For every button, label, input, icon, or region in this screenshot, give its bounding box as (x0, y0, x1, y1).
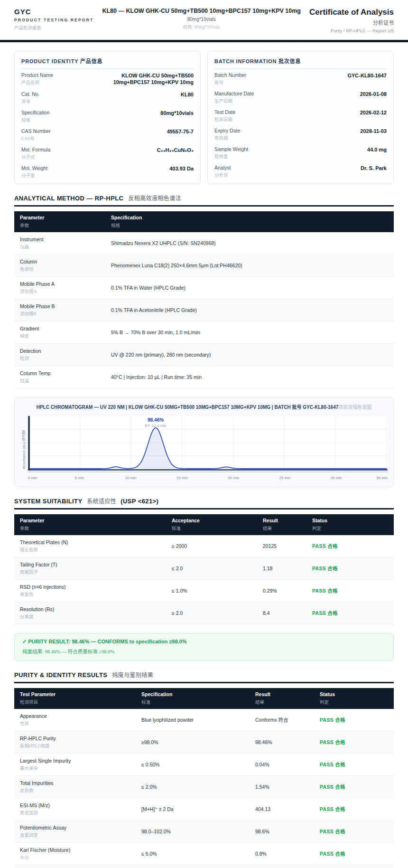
table-row: Gradient梯度5% B → 70% B over 30 min, 1.0 … (14, 321, 394, 343)
table-row: Total Impurities总杂质≤ 2.0%1.54%PASS 合格 (14, 775, 394, 798)
panel-title-zh: 产品信息 (80, 58, 102, 64)
field-value: KLOW GHK-CU 50mg+TB500 10mg+BPC157 10mg+… (93, 72, 194, 86)
status-badge: PASS 合格 (320, 784, 345, 790)
chromatogram-curve: 98.46%RT: 12.4 min (28, 416, 388, 474)
param-cell: Instrument仪器 (14, 232, 105, 255)
x-tick: 30 min (331, 476, 342, 480)
report-header: GYC PRODUCT TESTING REPORT 产品检测报告 KL80 —… (0, 0, 408, 36)
x-tick: 5 min (75, 476, 84, 480)
chromatogram-panel: HPLC CHROMATOGRAM — UV 220 NM | KLOW GHK… (14, 397, 394, 487)
field-value: C₁₄H₂₄CuN₆O₄ (157, 147, 194, 153)
product-title-block: KL80 — KLOW GHK-CU 50mg+TB500 10mg+BPC15… (102, 8, 301, 30)
table-row: Appearance性状Blue lyophilized powderConfo… (14, 709, 394, 731)
col-header-parameter: Parameter参数 (14, 211, 105, 232)
field-value: GYC-KL80-1647 (347, 72, 387, 79)
table-row: Mobile Phase A流动相A0.1% TFA in Water (HPL… (14, 276, 394, 299)
panel-title-zh: 批次信息 (278, 58, 301, 64)
col-header-status: Status判定 (306, 514, 394, 535)
result-cell: 98.6% (250, 820, 314, 842)
param-cell: Column Temp柱温 (14, 366, 105, 388)
field-label: CAS Number (21, 128, 51, 134)
purity-result-banner: ✓ PURITY RESULT: 98.46% — CONFORMS to sp… (14, 633, 394, 661)
acceptance-cell: ≥ 2.0 (166, 602, 257, 624)
table-row: ESI-MS (M/z)质谱鉴别[M+H]⁺ ± 2 Da404.13PASS … (14, 798, 394, 820)
field-label-zh: 分子量 (21, 172, 47, 179)
result-cell: 5.7 (250, 865, 314, 868)
batch-information-title: BATCH INFORMATION 批次信息 (214, 57, 387, 69)
panel-title-en: PRODUCT IDENTITY (21, 58, 78, 64)
spec-cell: ≤ 2.0% (136, 775, 250, 798)
x-tick: 15 min (176, 476, 188, 480)
param-cell: Mobile Phase B流动相B (14, 299, 105, 321)
status-badge: PASS 合格 (320, 851, 345, 857)
field-value: 2026-01-08 (360, 91, 387, 97)
spec-cell: Phenomenex Luna C18(2) 250×4.6mm 5μm (Lo… (105, 254, 394, 276)
result-cell: 404.13 (250, 798, 314, 820)
x-axis-ticks: 0 min 5 min 10 min 15 min 20 min 25 min … (28, 476, 388, 483)
param-cell: Detection检测 (14, 343, 105, 366)
purity-results-heading: PURITY & IDENTITY RESULTS 纯度与鉴别结果 (14, 670, 394, 683)
field-value: 49557-75-7 (167, 128, 194, 135)
status-badge: PASS 合格 (312, 543, 338, 549)
field-label-zh: 取样量 (214, 153, 248, 160)
spec-cell: Shimadzu Nexera X2 UHPLC (S/N: SN240968) (105, 232, 394, 255)
col-header-specification: Specification规格 (105, 211, 394, 232)
field-label-zh: 分子式 (21, 153, 50, 160)
purity-results-table: Test Parameter检测项目 Specification标准 Resul… (14, 688, 394, 868)
analytical-method-section: ANALYTICAL METHOD — RP-HPLC 反相高效液相色谱法 Pa… (14, 194, 394, 388)
product-title: KL80 — KLOW GHK-CU 50mg+TB500 10mg+BPC15… (102, 8, 301, 15)
field-label: Test Date (214, 109, 235, 115)
param-cell: Karl Fischer (Moisture)水分 (14, 842, 136, 865)
field-label: Sample Weight (214, 146, 248, 152)
system-suitability-table: Parameter参数 Acceptance标准 Result结果 Status… (14, 514, 394, 624)
table-row: Potentiometric Assay含量测定98.0–102.0%98.6%… (14, 820, 394, 842)
spec-cell: 40°C | Injection: 10 μL | Run time: 35 m… (105, 366, 394, 388)
heading-zh: 系统适应性 (87, 498, 116, 505)
field-label-zh: 批号 (214, 79, 246, 85)
x-tick: 10 min (125, 476, 137, 480)
doc-title-zh: 分析证书 (309, 19, 394, 26)
param-cell: Resolution (Rs)分离度 (14, 602, 166, 624)
x-tick: 0 min (28, 476, 37, 480)
param-cell: RSD (n=6 injections)重复性 (14, 579, 166, 602)
table-row: Theoretical Plates (N)理论板数≥ 200020125PAS… (14, 535, 394, 557)
field-label-zh: 货号 (21, 98, 40, 104)
field-label-zh: 生产日期 (214, 97, 254, 104)
chromatogram-title: HPLC CHROMATOGRAM — UV 220 NM | KLOW GHK… (20, 403, 388, 410)
field-value: 80mg*10vials (160, 110, 194, 116)
param-cell: Theoretical Plates (N)理论板数 (14, 535, 166, 557)
status-badge: PASS 合格 (312, 588, 338, 594)
batch-information-panel: BATCH INFORMATION 批次信息 Batch Number批号 GY… (207, 51, 394, 184)
result-cell: 1.54% (250, 775, 314, 798)
analytical-method-heading: ANALYTICAL METHOD — RP-HPLC 反相高效液相色谱法 (14, 194, 394, 207)
info-panels: PRODUCT IDENTITY 产品信息 Product Name产品名称 K… (0, 51, 408, 184)
x-tick: 25 min (279, 476, 290, 480)
result-cell: 98.46% (250, 731, 314, 753)
table-row: Column色谱柱Phenomenex Luna C18(2) 250×4.6m… (14, 254, 394, 276)
x-tick: 20 min (228, 476, 239, 480)
identity-row: Specification规格 80mg*10vials (21, 107, 194, 125)
table-row: Detection检测UV @ 220 nm (primary), 280 nm… (14, 343, 394, 366)
panel-title-en: BATCH INFORMATION (214, 58, 277, 64)
col-header-result: Result结果 (257, 514, 306, 535)
param-cell: Column色谱柱 (14, 254, 105, 276)
purity-results-section: PURITY & IDENTITY RESULTS 纯度与鉴别结果 Test P… (14, 670, 394, 868)
col-header-specification: Specification标准 (136, 688, 250, 709)
status-badge: PASS 合格 (320, 829, 345, 834)
table-row: Column Temp柱温40°C | Injection: 10 μL | R… (14, 366, 394, 388)
brand-subtitle: PRODUCT TESTING REPORT (14, 18, 93, 22)
status-badge: PASS 合格 (320, 762, 345, 767)
table-row: RSD (n=6 injections)重复性≤ 1.0%0.29%PASS 合… (14, 579, 394, 602)
field-label-zh: 产品名称 (21, 79, 53, 85)
col-header-acceptance: Acceptance标准 (166, 514, 257, 535)
spec-cell: 98.0–102.0% (136, 820, 250, 842)
spec-cell: 5% B → 70% B over 30 min, 1.0 mL/min (105, 321, 394, 343)
status-badge: PASS 合格 (320, 717, 345, 723)
spec-cell: ≤ 5.0% (136, 842, 250, 865)
spec-cell: UV @ 220 nm (primary), 280 nm (secondary… (105, 343, 394, 366)
param-cell: Gradient梯度 (14, 321, 105, 343)
table-row: Tailing Factor (T)拖尾因子≤ 2.01.18PASS 合格 (14, 557, 394, 579)
table-row: Karl Fischer (Moisture)水分≤ 5.0%0.8%PASS … (14, 842, 394, 865)
param-cell: ESI-MS (M/z)质谱鉴别 (14, 798, 136, 820)
heading-en: PURITY & IDENTITY RESULTS (14, 671, 107, 679)
